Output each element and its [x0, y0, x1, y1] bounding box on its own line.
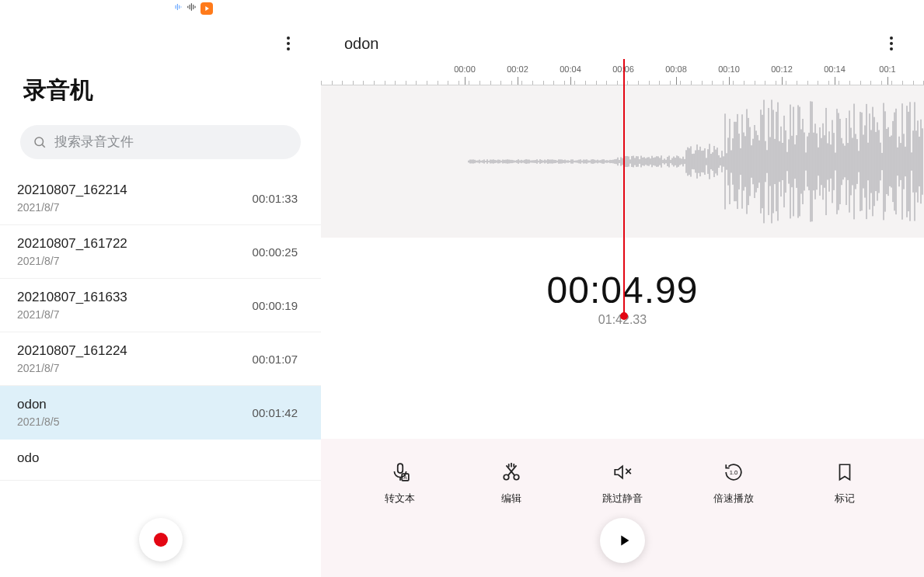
player-panel: odon 00:0000:0200:0400:0600:0800:1000:12…	[321, 0, 924, 577]
recordings-list: 20210807_162214 2021/8/7 00:01:33 202108…	[0, 172, 321, 577]
tool-to-text[interactable]: A 转文本	[365, 462, 435, 506]
list-item[interactable]: odo	[0, 440, 321, 481]
recording-duration: 00:01:07	[253, 353, 298, 366]
recording-date: 2021/8/7	[17, 362, 127, 374]
recording-date: 2021/8/7	[17, 308, 127, 321]
ruler-label: 00:10	[718, 64, 740, 74]
recording-name: 20210807_162214	[17, 182, 127, 198]
list-item[interactable]: 20210807_161224 2021/8/7 00:01:07	[0, 332, 321, 386]
tool-row: A 转文本 编辑 跳过静音1.0 倍速播放 标记	[321, 462, 924, 506]
ruler-label: 00:08	[665, 64, 687, 74]
recording-name: odo	[17, 450, 39, 466]
recording-name: odon	[17, 397, 60, 412]
list-item[interactable]: 20210807_161722 2021/8/7 00:00:25	[0, 225, 321, 279]
recording-duration: 00:00:19	[253, 299, 298, 312]
svg-rect-305	[397, 464, 403, 473]
search-icon	[33, 135, 47, 149]
tool-label: 跳过静音	[602, 492, 643, 506]
list-item[interactable]: odon 2021/8/5 00:01:42	[0, 386, 321, 440]
time-ruler: 00:0000:0200:0400:0600:0800:1000:1200:14…	[321, 59, 924, 85]
record-dot-icon	[154, 533, 168, 547]
tool-label: 标记	[835, 492, 855, 506]
playhead[interactable]	[623, 59, 625, 315]
player-more-menu-button[interactable]	[882, 34, 901, 53]
timeline[interactable]: 00:0000:0200:0400:0600:0800:1000:1200:14…	[321, 59, 924, 238]
ruler-label: 00:1	[879, 64, 895, 74]
current-time: 00:04.99	[321, 269, 924, 311]
tool-label: 转文本	[385, 492, 415, 506]
mute-skip-icon	[612, 462, 633, 485]
tool-label: 倍速播放	[713, 492, 754, 506]
svg-text:1.0: 1.0	[730, 469, 738, 476]
scissors-icon	[501, 462, 521, 485]
list-item[interactable]: 20210807_161633 2021/8/7 00:00:19	[0, 279, 321, 332]
ruler-label: 00:00	[454, 64, 476, 74]
svg-text:A: A	[403, 474, 407, 480]
list-item[interactable]: 20210807_162214 2021/8/7 00:01:33	[0, 172, 321, 225]
tool-speed[interactable]: 1.0 倍速播放	[699, 462, 769, 506]
search-field[interactable]	[20, 125, 301, 159]
speed-icon: 1.0	[724, 462, 744, 485]
tool-label: 编辑	[501, 492, 521, 506]
search-input[interactable]	[54, 134, 288, 150]
recording-name: 20210807_161722	[17, 236, 127, 252]
tool-bookmark[interactable]: 标记	[810, 462, 880, 506]
recordings-panel: 录音机 20210807_162214 2021/8/7 00:01:33 20…	[0, 0, 321, 577]
recording-date: 2021/8/7	[17, 255, 127, 267]
recording-duration: 00:01:33	[253, 192, 298, 205]
recording-date: 2021/8/5	[17, 415, 60, 428]
mic-text-icon: A	[390, 462, 410, 485]
tool-edit[interactable]: 编辑	[476, 462, 546, 506]
recording-name: 20210807_161633	[17, 290, 127, 305]
ruler-label: 00:14	[824, 64, 846, 74]
tool-skip-silence[interactable]: 跳过静音	[588, 462, 657, 506]
recording-date: 2021/8/7	[17, 201, 127, 214]
svg-point-10	[35, 137, 44, 146]
more-menu-button[interactable]	[279, 34, 298, 53]
record-button[interactable]	[139, 518, 183, 561]
recording-duration: 00:01:42	[253, 406, 298, 419]
app-title: 录音机	[0, 53, 321, 125]
bookmark-icon	[835, 462, 855, 485]
recording-duration: 00:00:25	[253, 245, 298, 259]
file-title: odon	[344, 35, 379, 53]
ruler-label: 00:02	[507, 64, 528, 74]
play-button[interactable]	[600, 518, 645, 563]
waveform[interactable]	[321, 85, 924, 238]
ruler-label: 00:04	[560, 64, 581, 74]
recording-name: 20210807_161224	[17, 343, 127, 359]
play-icon	[615, 532, 633, 549]
svg-line-11	[42, 144, 44, 147]
ruler-label: 00:12	[771, 64, 793, 74]
